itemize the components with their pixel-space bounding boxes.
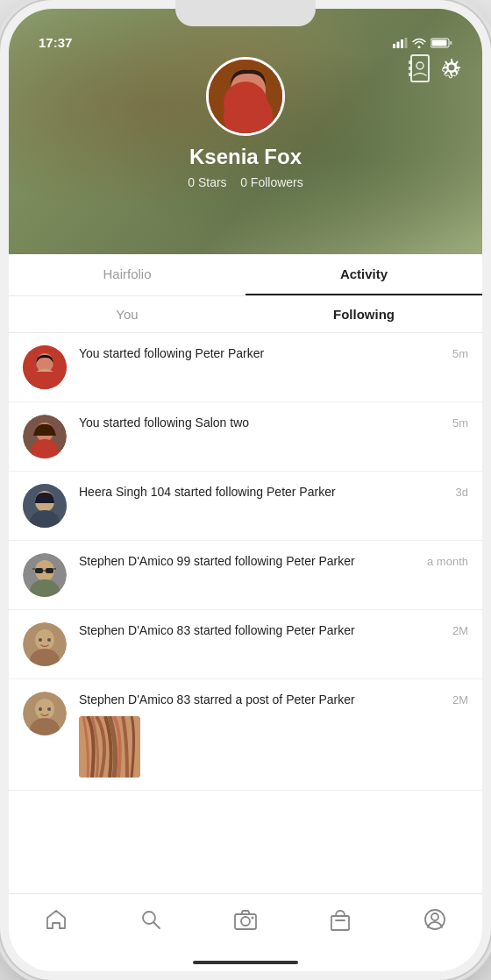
profile-header: 17:37 <box>9 9 482 254</box>
activity-content: Stephen D'Amico 83 starred a post of Pet… <box>79 692 440 778</box>
shop-icon <box>329 908 352 931</box>
sub-tabs: You Following <box>9 296 482 333</box>
svg-point-48 <box>241 917 250 926</box>
profile-followers: 0 Followers <box>240 175 303 189</box>
nav-shop[interactable] <box>293 903 388 936</box>
svg-rect-1 <box>397 41 400 48</box>
svg-rect-5 <box>432 39 447 46</box>
svg-rect-0 <box>393 44 395 48</box>
svg-point-16 <box>224 90 273 133</box>
activity-time: 2M <box>452 692 468 707</box>
activity-text: Heera Singh 104 started following Peter … <box>79 484 444 501</box>
svg-rect-12 <box>409 73 412 76</box>
svg-point-40 <box>35 699 54 720</box>
activity-post-image[interactable] <box>79 716 140 778</box>
activity-text: Stephen D'Amico 99 started following Pet… <box>79 553 415 571</box>
activity-item: You started following Peter Parker 5m <box>9 333 482 402</box>
svg-point-18 <box>252 86 257 91</box>
activity-item: Stephen D'Amico 83 starred a post of Pet… <box>9 679 482 791</box>
svg-point-35 <box>35 629 54 650</box>
svg-point-53 <box>431 913 438 920</box>
svg-point-42 <box>47 707 51 711</box>
activity-text: Stephen D'Amico 83 started following Pet… <box>79 622 440 640</box>
svg-point-36 <box>39 638 42 642</box>
profile-avatar-container <box>206 57 285 136</box>
settings-button[interactable] <box>438 54 465 81</box>
status-icons <box>393 31 452 48</box>
main-tabs: Hairfolio Activity <box>9 254 482 296</box>
svg-rect-9 <box>411 55 429 82</box>
bottom-nav <box>9 893 482 954</box>
avatar <box>23 692 67 735</box>
camera-icon <box>233 909 258 930</box>
activity-content: You started following Salon two <box>79 415 440 432</box>
nav-profile[interactable] <box>388 903 482 936</box>
tab-following[interactable]: Following <box>246 296 482 332</box>
svg-rect-31 <box>46 568 53 573</box>
signal-icon <box>393 38 408 48</box>
search-icon <box>140 909 161 930</box>
activity-time: 3d <box>456 484 468 499</box>
svg-point-41 <box>39 707 42 711</box>
svg-rect-30 <box>35 568 43 573</box>
svg-rect-3 <box>405 38 408 48</box>
activity-item: Stephen D'Amico 83 started following Pet… <box>9 610 482 679</box>
svg-point-15 <box>231 71 266 110</box>
wifi-icon <box>412 38 426 48</box>
nav-home[interactable] <box>9 903 103 936</box>
svg-line-46 <box>154 923 160 929</box>
home-bar <box>193 961 298 964</box>
screen: 17:37 <box>9 9 482 971</box>
svg-rect-2 <box>401 39 403 48</box>
svg-point-13 <box>416 62 423 69</box>
avatar <box>23 553 67 597</box>
avatar <box>23 345 67 389</box>
profile-stars: 0 Stars <box>188 175 226 189</box>
battery-icon <box>431 38 452 48</box>
nav-search[interactable] <box>103 903 198 936</box>
activity-content: Heera Singh 104 started following Peter … <box>79 484 444 501</box>
profile-icon <box>423 908 446 931</box>
tab-hairfolio[interactable]: Hairfolio <box>9 254 246 295</box>
activity-item: Heera Singh 104 started following Peter … <box>9 472 482 541</box>
svg-point-17 <box>239 86 245 91</box>
activity-time: 2M <box>452 622 468 637</box>
tab-activity[interactable]: Activity <box>246 254 482 295</box>
activity-list: You started following Peter Parker 5m <box>9 333 482 893</box>
tab-you[interactable]: You <box>9 296 246 332</box>
avatar <box>23 415 67 458</box>
profile-name: Ksenia Fox <box>9 145 482 169</box>
status-time: 17:37 <box>39 28 72 50</box>
svg-rect-10 <box>409 60 412 64</box>
activity-time: 5m <box>452 415 468 430</box>
profile-avatar <box>209 60 282 133</box>
activity-content: You started following Peter Parker <box>79 345 440 363</box>
activity-item: You started following Salon two 5m <box>9 402 482 472</box>
nav-camera[interactable] <box>198 903 293 936</box>
avatar <box>23 484 67 528</box>
svg-point-49 <box>252 917 254 920</box>
svg-rect-6 <box>450 41 452 45</box>
svg-rect-50 <box>331 916 349 930</box>
profile-stats: 0 Stars 0 Followers <box>9 175 482 189</box>
avatar <box>23 622 67 666</box>
phone-frame: 17:37 <box>0 0 491 980</box>
home-icon <box>45 909 68 930</box>
status-bar: 17:37 <box>18 18 473 53</box>
activity-content: Stephen D'Amico 83 started following Pet… <box>79 622 440 640</box>
activity-text: You started following Salon two <box>79 415 440 432</box>
home-indicator <box>9 954 482 971</box>
contacts-button[interactable] <box>409 54 431 82</box>
activity-time: 5m <box>452 345 468 360</box>
activity-text: Stephen D'Amico 83 starred a post of Pet… <box>79 692 440 709</box>
svg-point-37 <box>47 638 51 642</box>
svg-rect-11 <box>409 67 412 70</box>
activity-content: Stephen D'Amico 99 started following Pet… <box>79 553 415 571</box>
activity-time: a month <box>427 553 468 568</box>
activity-text: You started following Peter Parker <box>79 345 440 363</box>
activity-item: Stephen D'Amico 99 started following Pet… <box>9 541 482 610</box>
